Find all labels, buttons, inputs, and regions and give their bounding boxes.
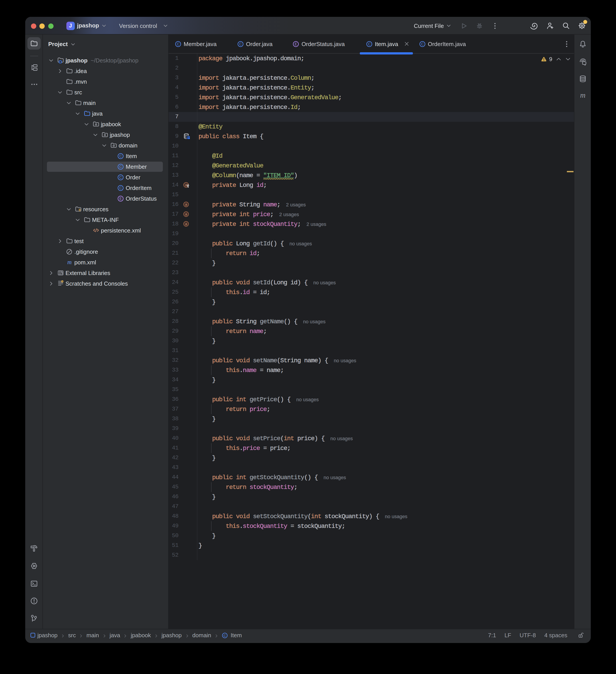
- svg-text:E: E: [120, 196, 122, 200]
- svg-text:C: C: [368, 42, 370, 46]
- svg-text:C: C: [119, 164, 122, 168]
- svg-text:C: C: [119, 154, 122, 158]
- svg-text:C: C: [239, 42, 242, 46]
- svg-text:m: m: [580, 91, 586, 99]
- svg-text:C: C: [119, 186, 122, 190]
- svg-text:a: a: [185, 212, 187, 216]
- svg-text:a: a: [185, 222, 187, 226]
- svg-text:C: C: [119, 175, 122, 179]
- svg-text:a: a: [185, 183, 187, 187]
- svg-text:m: m: [67, 259, 72, 265]
- svg-text:E: E: [295, 42, 297, 46]
- svg-text:C: C: [177, 42, 179, 46]
- svg-text:C: C: [224, 634, 226, 637]
- svg-text:C: C: [421, 42, 424, 46]
- svg-text:a: a: [185, 202, 187, 206]
